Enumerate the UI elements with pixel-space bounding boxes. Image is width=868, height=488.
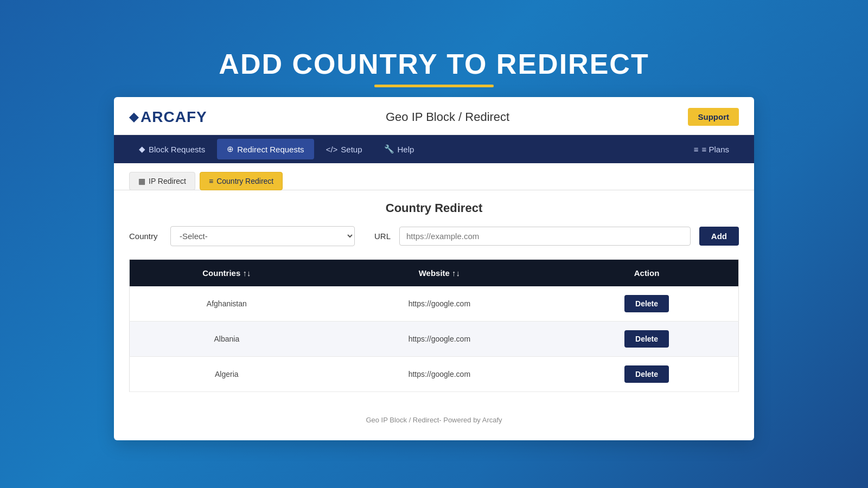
nav-item-setup[interactable]: </> Setup <box>316 139 372 159</box>
url-label: URL <box>374 232 391 241</box>
cell-website: https://google.com <box>324 322 555 357</box>
logo: ◆ ARCAFY <box>129 108 207 126</box>
ip-redirect-tab-icon: ▦ <box>138 177 145 185</box>
url-input[interactable] <box>399 227 691 246</box>
nav-plans[interactable]: ≡ ≡ Plans <box>684 139 739 159</box>
cell-website: https://google.com <box>324 286 555 322</box>
col-header-action: Action <box>555 260 738 287</box>
table-head: Countries ↑↓ Website ↑↓ Action <box>130 260 739 287</box>
plans-icon: ≡ <box>694 145 699 154</box>
cell-action: Delete <box>555 286 738 322</box>
nav-bar: ◆ Block Requests ⊕ Redirect Requests </>… <box>114 135 754 163</box>
card-header: ◆ ARCAFY Geo IP Block / Redirect Support <box>114 97 754 135</box>
cell-website: https://google.com <box>324 357 555 392</box>
logo-text: ARCAFY <box>141 108 207 126</box>
data-table: Countries ↑↓ Website ↑↓ Action Afghanist… <box>129 259 739 392</box>
setup-icon: </> <box>326 145 338 154</box>
tab-bar: ▦ IP Redirect ≡ Country Redirect <box>114 163 754 190</box>
logo-diamond-icon: ◆ <box>129 110 138 124</box>
nav-label-help: Help <box>398 145 414 154</box>
nav-item-redirect-requests[interactable]: ⊕ Redirect Requests <box>217 139 314 159</box>
table-row: Albania https://google.com Delete <box>130 322 739 357</box>
delete-button[interactable]: Delete <box>624 295 669 312</box>
nav-label-redirect-requests: Redirect Requests <box>237 145 304 154</box>
country-label: Country <box>129 232 162 241</box>
title-underline <box>374 85 494 87</box>
nav-label-block-requests: Block Requests <box>149 145 205 154</box>
country-redirect-tab-icon: ≡ <box>209 177 213 185</box>
nav-item-help[interactable]: 🔧 Help <box>374 139 424 159</box>
cell-action: Delete <box>555 357 738 392</box>
table-row: Afghanistan https://google.com Delete <box>130 286 739 322</box>
table-header-row: Countries ↑↓ Website ↑↓ Action <box>130 260 739 287</box>
section-title: Country Redirect <box>129 201 739 215</box>
content-area: Country Redirect Country -Select- Afghan… <box>114 190 754 403</box>
table-row: Algeria https://google.com Delete <box>130 357 739 392</box>
col-header-countries: Countries ↑↓ <box>130 260 324 287</box>
country-select[interactable]: -Select- Afghanistan Albania Algeria <box>170 226 355 246</box>
help-icon: 🔧 <box>384 144 394 154</box>
tab-label-country-redirect: Country Redirect <box>216 177 273 185</box>
add-button[interactable]: Add <box>699 227 739 246</box>
tab-country-redirect[interactable]: ≡ Country Redirect <box>200 172 283 190</box>
header-title: Geo IP Block / Redirect <box>386 110 509 124</box>
nav-left: ◆ Block Requests ⊕ Redirect Requests </>… <box>129 139 424 159</box>
cell-country: Algeria <box>130 357 324 392</box>
support-button[interactable]: Support <box>688 108 739 126</box>
main-card: ◆ ARCAFY Geo IP Block / Redirect Support… <box>114 97 754 440</box>
redirect-requests-icon: ⊕ <box>227 144 234 154</box>
nav-label-setup: Setup <box>341 145 362 154</box>
cell-country: Albania <box>130 322 324 357</box>
delete-button[interactable]: Delete <box>624 365 669 383</box>
page-main-title: ADD COUNTRY TO REDIRECT <box>219 48 649 80</box>
delete-button[interactable]: Delete <box>624 330 669 348</box>
table-body: Afghanistan https://google.com Delete Al… <box>130 286 739 392</box>
block-requests-icon: ◆ <box>139 144 145 154</box>
form-row: Country -Select- Afghanistan Albania Alg… <box>129 226 739 246</box>
col-header-website: Website ↑↓ <box>324 260 555 287</box>
nav-item-block-requests[interactable]: ◆ Block Requests <box>129 139 215 159</box>
footer-text: Geo IP Block / Redirect- Powered by Arca… <box>114 416 754 424</box>
tab-ip-redirect[interactable]: ▦ IP Redirect <box>129 172 195 190</box>
cell-country: Afghanistan <box>130 286 324 322</box>
plans-label: ≡ Plans <box>702 145 729 154</box>
cell-action: Delete <box>555 322 738 357</box>
tab-label-ip-redirect: IP Redirect <box>149 177 186 185</box>
